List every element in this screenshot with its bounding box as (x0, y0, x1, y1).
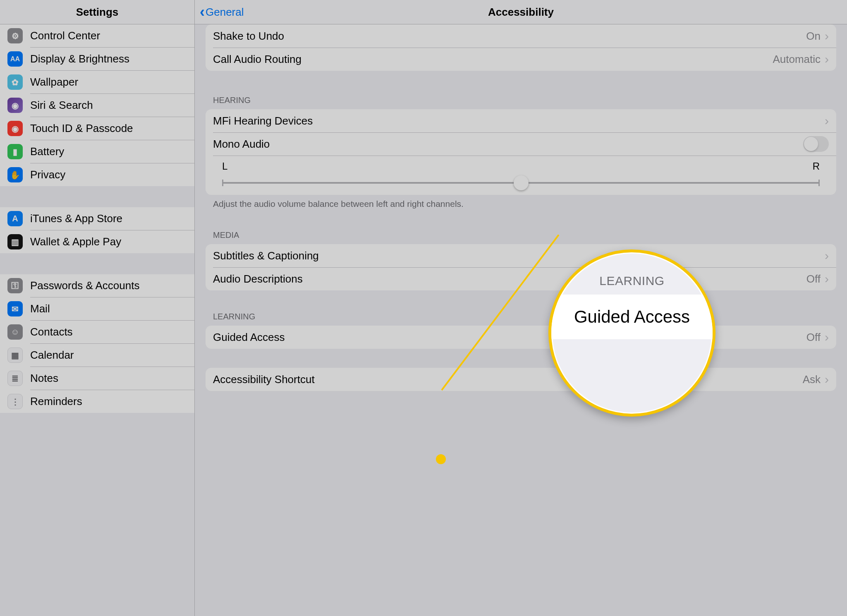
sidebar-item-label: Reminders (30, 395, 82, 408)
sidebar-item-reminders[interactable]: ⋮Reminders (0, 390, 194, 413)
section-footer: Adjust the audio volume balance between … (213, 199, 829, 209)
row-value: On (806, 30, 821, 43)
row-label: Call Audio Routing (213, 53, 773, 66)
chevron-right-icon: › (825, 29, 829, 43)
row-label: MFi Hearing Devices (213, 115, 821, 127)
sidebar-item-label: Contacts (30, 326, 73, 338)
wallet-icon: ▥ (7, 234, 23, 249)
chevron-right-icon: › (825, 372, 829, 386)
toggle-knob (804, 137, 818, 151)
sidebar-item-label: Control Center (30, 29, 100, 42)
row-value: Off (806, 273, 821, 285)
sidebar-item-wallpaper[interactable]: ✿Wallpaper (0, 71, 194, 93)
sidebar-item-label: Wallpaper (30, 76, 78, 89)
sidebar-group: AiTunes & App Store▥Wallet & Apple Pay (0, 207, 194, 253)
detail-body[interactable]: Shake to UndoOn›Call Audio RoutingAutoma… (195, 24, 847, 616)
balance-label-left: L (222, 161, 227, 172)
detail-header: ‹ General Accessibility (195, 0, 847, 24)
sidebar-item-passwords-accounts[interactable]: ⚿Passwords & Accounts (0, 274, 194, 297)
sidebar-item-label: Battery (30, 145, 64, 158)
sidebar-item-label: Passwords & Accounts (30, 279, 139, 292)
row-accessibility-shortcut[interactable]: Accessibility ShortcutAsk› (206, 368, 836, 391)
sidebar-item-display-brightness[interactable]: AADisplay & Brightness (0, 48, 194, 70)
toggle-mono-audio[interactable] (803, 136, 829, 152)
callout-magnifier: LEARNING Guided Access (548, 249, 715, 417)
sidebar-group-gap (0, 253, 194, 274)
hand-icon: ✋ (7, 167, 23, 182)
sidebar-item-calendar[interactable]: ▦Calendar (0, 344, 194, 367)
sidebar-item-label: Wallet & Apple Pay (30, 235, 121, 248)
aa-icon: AA (7, 51, 23, 67)
sidebar-item-itunes-store[interactable]: AiTunes & App Store (0, 207, 194, 230)
section-header: HEARING (213, 96, 836, 105)
sidebar-item-siri-search[interactable]: ◉Siri & Search (0, 94, 194, 117)
section-header: LEARNING (213, 312, 836, 321)
sidebar-item-label: Calendar (30, 349, 74, 362)
calendar-icon: ▦ (7, 348, 23, 363)
sidebar: Settings ⚙Control CenterAADisplay & Brig… (0, 0, 195, 616)
sidebar-item-label: Privacy (30, 168, 65, 181)
sidebar-item-label: Touch ID & Passcode (30, 122, 133, 135)
row-value: Off (806, 331, 821, 344)
sidebar-item-label: Display & Brightness (30, 53, 129, 65)
balance-thumb[interactable] (514, 175, 529, 190)
sidebar-item-label: Siri & Search (30, 99, 93, 112)
row-shake-to-undo[interactable]: Shake to UndoOn› (206, 24, 836, 48)
sidebar-group: ⚿Passwords & Accounts✉Mail☺Contacts▦Cale… (0, 274, 194, 413)
sidebar-header: Settings (0, 0, 194, 24)
sidebar-item-label: Mail (30, 302, 50, 315)
row-label: Shake to Undo (213, 30, 806, 43)
row-balance[interactable]: LR (206, 156, 836, 195)
switches-icon: ⚙ (7, 28, 23, 43)
callout-anchor-dot (436, 454, 446, 464)
row-label: Subtitles & Captioning (213, 249, 821, 262)
row-subtitles[interactable]: Subtitles & Captioning› (206, 244, 836, 267)
mail-icon: ✉ (7, 301, 23, 316)
sidebar-item-contacts[interactable]: ☺Contacts (0, 321, 194, 343)
appstore-icon: A (7, 211, 23, 226)
row-call-audio-routing[interactable]: Call Audio RoutingAutomatic› (206, 48, 836, 71)
siri-icon: ◉ (7, 98, 23, 113)
detail-title: Accessibility (195, 6, 847, 19)
settings-group: Accessibility ShortcutAsk› (206, 368, 836, 391)
chevron-right-icon: › (825, 272, 829, 286)
sidebar-item-control-center[interactable]: ⚙Control Center (0, 24, 194, 47)
settings-split-view: Settings ⚙Control CenterAADisplay & Brig… (0, 0, 847, 616)
balance-labels: LR (222, 161, 820, 172)
key-icon: ⚿ (7, 278, 23, 293)
row-mfi-hearing[interactable]: MFi Hearing Devices› (206, 109, 836, 132)
detail-pane: ‹ General Accessibility Shake to UndoOn›… (195, 0, 847, 616)
settings-group: MFi Hearing Devices›Mono AudioLR (206, 109, 836, 195)
sidebar-item-battery[interactable]: ▮Battery (0, 140, 194, 163)
row-label: Mono Audio (213, 138, 803, 151)
chevron-right-icon: › (825, 52, 829, 66)
row-value: Automatic (773, 53, 821, 66)
callout-row-label: Guided Access (551, 295, 713, 339)
settings-group: Shake to UndoOn›Call Audio RoutingAutoma… (206, 24, 836, 71)
reminders-icon: ⋮ (7, 394, 23, 409)
sidebar-item-notes[interactable]: ≣Notes (0, 367, 194, 390)
balance-slider[interactable] (222, 182, 820, 184)
sidebar-list[interactable]: ⚙Control CenterAADisplay & Brightness✿Wa… (0, 24, 194, 616)
sidebar-item-privacy[interactable]: ✋Privacy (0, 163, 194, 186)
sidebar-item-mail[interactable]: ✉Mail (0, 297, 194, 320)
sidebar-item-wallet-apple-pay[interactable]: ▥Wallet & Apple Pay (0, 230, 194, 253)
sidebar-title: Settings (76, 6, 119, 19)
row-value: Ask (803, 373, 821, 386)
chevron-right-icon: › (825, 330, 829, 344)
notes-icon: ≣ (7, 371, 23, 386)
row-audio-descriptions[interactable]: Audio DescriptionsOff› (206, 267, 836, 290)
chevron-right-icon: › (825, 249, 829, 263)
section-header: MEDIA (213, 230, 836, 240)
fingerprint-icon: ◉ (7, 121, 23, 136)
battery-icon: ▮ (7, 144, 23, 159)
row-label: Accessibility Shortcut (213, 373, 803, 386)
sidebar-group-gap (0, 186, 194, 207)
row-mono-audio: Mono Audio (206, 132, 836, 156)
settings-group: Guided AccessOff› (206, 326, 836, 349)
row-label: Guided Access (213, 331, 806, 344)
sidebar-item-label: Notes (30, 372, 58, 385)
row-guided-access[interactable]: Guided AccessOff› (206, 326, 836, 349)
sidebar-item-touch-id[interactable]: ◉Touch ID & Passcode (0, 117, 194, 140)
chevron-right-icon: › (825, 114, 829, 128)
